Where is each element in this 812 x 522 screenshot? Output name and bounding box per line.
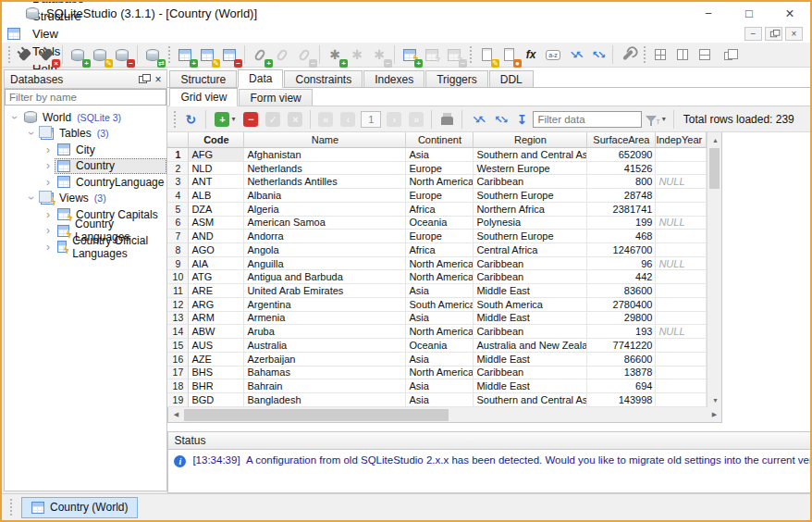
create-trigger-button[interactable]: ✱+: [324, 44, 346, 66]
tab-grid-view[interactable]: Grid view: [169, 88, 238, 106]
grid-cell[interactable]: North America: [406, 325, 474, 339]
grid-cell[interactable]: Oceania: [406, 339, 474, 353]
grid-cell[interactable]: [656, 379, 707, 393]
tab-structure[interactable]: Structure: [169, 70, 237, 87]
column-header-code[interactable]: Code: [189, 132, 244, 148]
grid-cell[interactable]: Central Africa: [474, 243, 587, 257]
column-header-surfacearea[interactable]: SurfaceArea: [587, 132, 656, 148]
row-number[interactable]: 15: [167, 339, 189, 353]
row-number[interactable]: 8: [167, 243, 189, 257]
grid-cell[interactable]: Caribbean: [474, 325, 587, 339]
convert-database-button[interactable]: ⇄: [141, 44, 164, 66]
expand-columns-button[interactable]: ↖↘: [488, 108, 511, 130]
grid-cell[interactable]: [656, 312, 707, 326]
open-sql-editor-button[interactable]: ✎: [475, 44, 498, 66]
grid-cell[interactable]: Asia: [406, 312, 474, 326]
grid-cell[interactable]: [656, 230, 707, 243]
grid-cell[interactable]: ARG: [189, 298, 244, 312]
grid-cell[interactable]: Europe: [406, 230, 474, 243]
row-number[interactable]: 2: [167, 162, 189, 176]
grid-cell[interactable]: AUS: [189, 339, 244, 353]
grid-cell[interactable]: NLD: [189, 162, 244, 176]
filter-type-button[interactable]: T ▾: [646, 113, 665, 125]
grid-cell[interactable]: BHR: [189, 379, 244, 393]
grid-cell[interactable]: Southern Europe: [474, 230, 587, 243]
grid-cell[interactable]: NULL: [656, 325, 707, 339]
row-number[interactable]: 12: [167, 298, 189, 312]
grid-cell[interactable]: Asia: [406, 353, 474, 367]
menu-view[interactable]: View: [24, 25, 92, 43]
grid-cell[interactable]: Asia: [406, 148, 474, 162]
drop-table-button[interactable]: −: [218, 44, 240, 66]
grid-cell[interactable]: Southern and Central Asia: [474, 393, 587, 407]
column-header-indepyear[interactable]: IndepYear: [656, 132, 707, 148]
vertical-scroll-thumb[interactable]: [709, 148, 720, 189]
row-number[interactable]: 7: [167, 230, 189, 243]
rollback-changes-button[interactable]: ×: [284, 108, 306, 130]
grid-cell[interactable]: [656, 367, 707, 380]
grid-cell[interactable]: 28748: [587, 189, 656, 203]
grid-cell[interactable]: 143998: [587, 393, 656, 407]
grid-cell[interactable]: AIA: [189, 257, 244, 271]
grid-cell[interactable]: 800: [587, 175, 656, 189]
toolbar-drag-handle[interactable]: [166, 44, 171, 65]
next-page-button[interactable]: ›: [383, 108, 405, 130]
row-number[interactable]: 3: [167, 175, 189, 189]
grid-cell[interactable]: [656, 148, 707, 162]
toolbar-drag-handle[interactable]: [172, 109, 177, 130]
grid-cell[interactable]: 13878: [587, 367, 656, 380]
tree-item-country-official-languages[interactable]: ›Country Official Languages: [5, 239, 166, 255]
edit-view-button[interactable]: [421, 44, 443, 66]
grid-cell[interactable]: ALB: [189, 189, 244, 203]
grid-cell[interactable]: 694: [587, 379, 656, 393]
row-number[interactable]: 16: [167, 353, 189, 367]
grid-cell[interactable]: 199: [587, 217, 656, 230]
connect-database-button[interactable]: [14, 44, 36, 66]
grid-cell[interactable]: Middle East: [474, 379, 587, 393]
insert-row-button[interactable]: +▾: [210, 108, 240, 130]
grid-cell[interactable]: NULL: [656, 217, 707, 230]
mdi-minimize-button[interactable]: −: [744, 27, 762, 41]
grid-cell[interactable]: 2780400: [587, 298, 656, 312]
grid-cell[interactable]: NULL: [656, 257, 707, 271]
add-database-button[interactable]: +: [67, 44, 89, 66]
grid-cell[interactable]: Western Europe: [474, 162, 587, 176]
shrink-windows-button[interactable]: ↘↖: [564, 44, 586, 66]
tile-windows-button[interactable]: [649, 44, 671, 66]
column-header-continent[interactable]: Continent: [406, 132, 474, 148]
grid-cell[interactable]: BGD: [189, 393, 244, 407]
toolbar-drag-handle[interactable]: [642, 44, 646, 65]
delete-row-button[interactable]: −: [240, 108, 262, 130]
grid-cell[interactable]: Netherlands Antilles: [244, 175, 406, 189]
row-number[interactable]: 17: [167, 367, 189, 380]
scroll-down-icon[interactable]: ▼: [707, 392, 722, 407]
grid-cell[interactable]: Armenia: [244, 312, 406, 326]
edit-index-button[interactable]: [271, 44, 293, 66]
grid-cell[interactable]: Southern Europe: [474, 189, 587, 203]
taskbar-drag-handle[interactable]: [8, 497, 13, 517]
row-number[interactable]: 19: [167, 393, 189, 407]
grid-cell[interactable]: Albania: [244, 189, 406, 203]
grid-cell[interactable]: ABW: [189, 325, 244, 339]
grid-cell[interactable]: 96: [587, 257, 656, 271]
grid-cell[interactable]: Caribbean: [474, 367, 587, 380]
tree-item-tables[interactable]: ›Tables(3): [5, 126, 166, 143]
grid-cell[interactable]: ASM: [189, 217, 244, 230]
grid-cell[interactable]: 468: [587, 230, 656, 243]
chevron-expanded-icon[interactable]: ›: [8, 111, 21, 124]
vertical-scrollbar[interactable]: ▲ ▼: [707, 132, 721, 407]
tab-data[interactable]: Data: [238, 69, 283, 88]
chevron-collapsed-icon[interactable]: ›: [42, 241, 55, 254]
grid-cell[interactable]: [656, 189, 707, 203]
mdi-close-button[interactable]: ×: [785, 27, 803, 41]
tile-windows-horizontally-button[interactable]: [671, 44, 694, 66]
grid-cell[interactable]: [656, 353, 707, 367]
chevron-collapsed-icon[interactable]: ›: [42, 224, 55, 237]
grid-cell[interactable]: Middle East: [474, 353, 587, 367]
grid-cell[interactable]: AZE: [189, 353, 244, 367]
shrink-columns-button[interactable]: ↘↖: [466, 108, 488, 130]
first-page-button[interactable]: «: [314, 108, 337, 130]
grid-cell[interactable]: ATG: [189, 270, 244, 284]
tab-constraints[interactable]: Constraints: [284, 70, 363, 87]
maximize-button[interactable]: □: [729, 2, 769, 25]
